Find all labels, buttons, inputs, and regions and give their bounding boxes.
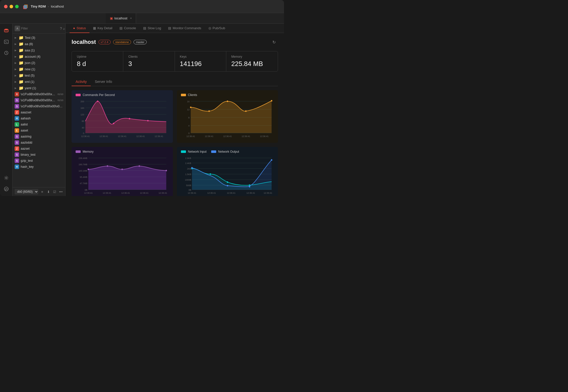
server-info-tab[interactable]: Server Info: [91, 78, 116, 86]
tree-list: ▶ 📁 Test (3) ▶ 📁 aa (8) ▶ 📁 aaa (1) ▶ 📁 …: [13, 34, 65, 187]
key-item[interactable]: S \x1F\x8B\x08\x00\x00\x09n\x8... 01/10: [13, 97, 65, 103]
tab-server-icon: ▣: [110, 16, 113, 20]
key-type-badge: S: [15, 134, 19, 139]
refresh-button[interactable]: ↻: [270, 38, 278, 46]
activity-tab[interactable]: Activity: [72, 78, 91, 86]
clients-chart-svg: 16 12 8 4 0: [181, 99, 274, 139]
tree-arrow: ▶: [15, 61, 18, 64]
connection-tab[interactable]: ▣ localhost ×: [106, 13, 136, 23]
db-selector[interactable]: db0 (60/60): [15, 189, 38, 194]
key-item[interactable]: L aalist: [13, 121, 65, 127]
svg-text:1000B: 1000B: [185, 179, 191, 181]
content-area: ● Status ▦ Key Detail ▤ Console ▤ Slow L…: [66, 24, 284, 196]
task-button[interactable]: ☑: [52, 189, 57, 194]
svg-point-89: [227, 181, 228, 183]
key-item[interactable]: H aahash: [13, 115, 65, 121]
keys-label: Keys: [180, 55, 221, 58]
key-item[interactable]: Z aazset: [13, 146, 65, 152]
tab-slow-log[interactable]: ▤ Slow Log: [140, 24, 165, 33]
key-item[interactable]: S aazbddd: [13, 140, 65, 146]
tab-console[interactable]: ▤ Console: [116, 24, 140, 33]
status-content: localhost v7.2.4 standalone master ↻ Upt…: [66, 33, 284, 196]
clients-chart-header: Clients: [181, 93, 274, 97]
tree-arrow: ▶: [15, 80, 18, 83]
network-input-label: Network Input: [188, 150, 207, 153]
key-type-badge: Z: [15, 110, 19, 115]
list-view-button[interactable]: ≡: [40, 189, 45, 194]
help-button[interactable]: ?: [60, 26, 62, 31]
tree-item[interactable]: ▶ 📁 new (1): [13, 66, 65, 72]
rail-icon-database[interactable]: [2, 26, 11, 35]
titlebar: Tiny RDM - localhost: [0, 0, 284, 13]
tab-bar: ▣ localhost ×: [0, 13, 284, 24]
search-button[interactable]: ⌕: [63, 26, 65, 31]
rail-icon-github[interactable]: gh: [2, 184, 11, 193]
svg-text:12:36:41: 12:36:41: [140, 192, 148, 194]
filter-input[interactable]: [21, 27, 59, 30]
svg-point-91: [191, 167, 193, 169]
tree-item[interactable]: ▶ 📁 aaa (1): [13, 47, 65, 53]
tree-item[interactable]: ▶ 📁 test (5): [13, 72, 65, 79]
app-icon: [23, 4, 29, 10]
svg-text:12:36:41: 12:36:41: [118, 135, 127, 138]
mode-badge: standalone: [113, 40, 131, 44]
tree-item[interactable]: ▶ 📁 xml (1): [13, 79, 65, 85]
tree-arrow: ▶: [15, 43, 18, 45]
activity-tabs: Activity Server Info: [72, 78, 278, 86]
network-chart: Network Input Network Output: [177, 147, 278, 196]
slow-log-label: Slow Log: [148, 26, 161, 30]
minimize-button[interactable]: [10, 5, 13, 8]
svg-point-25: [147, 120, 149, 121]
icon-rail: gh: [0, 24, 13, 196]
clients-legend-color: [181, 94, 186, 96]
key-item[interactable]: S \x1F\x8B\x08\x00\x00\x00\x00\x0...: [13, 103, 65, 109]
key-item[interactable]: Z aaazset: [13, 109, 65, 115]
close-button[interactable]: [4, 5, 8, 8]
key-type-badge: S: [15, 152, 19, 157]
tree-item[interactable]: ▶ 📁 yaml (1): [13, 85, 65, 91]
more-options-button[interactable]: •••: [58, 189, 63, 194]
svg-text:12:36:41: 12:36:41: [81, 135, 90, 138]
key-item[interactable]: X \x1F\x8B\x08\x00\x00\x00\x0... 01/10: [13, 91, 65, 97]
key-item[interactable]: S aastring: [13, 134, 65, 140]
tree-item[interactable]: ▶ 📁 account (4): [13, 53, 65, 60]
key-item[interactable]: E aaset: [13, 127, 65, 134]
svg-text:12:36:41: 12:36:41: [121, 192, 130, 194]
svg-point-43: [227, 101, 228, 102]
network-chart-svg: 2.9KB 2.4KB 2KB 1.5KB 1000B 500B 0B: [181, 155, 274, 196]
key-item[interactable]: H hash_key: [13, 164, 65, 170]
network-output-legend: [211, 150, 216, 153]
tree-arrow: ▶: [15, 68, 18, 71]
stat-clients: Clients 3: [123, 51, 175, 71]
tree-item[interactable]: ▶ 📁 json (2): [13, 60, 65, 66]
tree-item[interactable]: ▶ 📁 Test (3): [13, 35, 65, 41]
svg-text:12:36:41: 12:36:41: [205, 135, 213, 138]
version-badge: v7.2.4: [99, 40, 111, 44]
svg-point-7: [6, 177, 7, 179]
key-item[interactable]: S binary_test: [13, 152, 65, 158]
maximize-button[interactable]: [15, 5, 19, 8]
svg-text:12:36:41: 12:36:41: [187, 192, 196, 194]
clients-chart: Clients 16 12 8 4 0: [177, 90, 278, 143]
tree-item[interactable]: ▶ 📁 aa (8): [13, 41, 65, 47]
import-button[interactable]: ⬇: [46, 189, 51, 194]
rail-icon-settings[interactable]: [2, 173, 11, 182]
tab-monitor[interactable]: ▤ Monitor Commands: [165, 24, 205, 33]
svg-text:160: 160: [80, 107, 84, 109]
svg-rect-2: [24, 5, 27, 9]
tab-close-button[interactable]: ×: [130, 17, 132, 20]
rail-icon-history[interactable]: [2, 48, 11, 57]
svg-text:120: 120: [80, 113, 84, 116]
svg-text:143.1MB: 143.1MB: [79, 170, 87, 172]
commands-chart-header: Commands Per Second: [76, 93, 169, 97]
rail-icon-terminal[interactable]: [2, 37, 11, 46]
filter-type-icon: A: [15, 26, 20, 31]
tab-key-detail[interactable]: ▦ Key Detail: [89, 24, 116, 33]
svg-text:12:36:41: 12:36:41: [260, 135, 268, 138]
svg-point-65: [121, 169, 123, 170]
key-item[interactable]: S gzip_test: [13, 158, 65, 164]
svg-text:95.4MB: 95.4MB: [80, 176, 87, 178]
tab-status[interactable]: ● Status: [70, 24, 89, 33]
tab-pubsub[interactable]: ◎ Pub/Sub: [205, 24, 229, 33]
monitor-icon: ▤: [168, 26, 171, 30]
